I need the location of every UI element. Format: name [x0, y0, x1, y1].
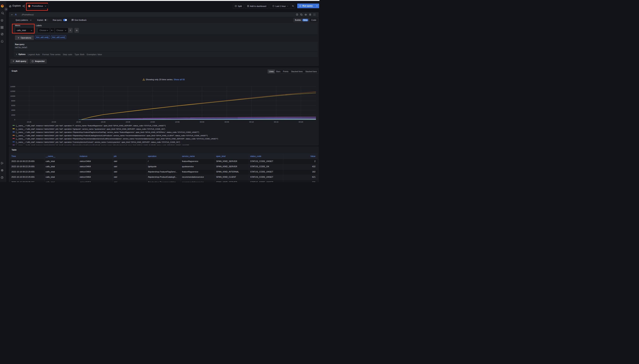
- svg-text:23:55: 23:55: [175, 121, 180, 123]
- svg-text:23:30: 23:30: [52, 121, 56, 123]
- svg-text:12000: 12000: [10, 90, 15, 92]
- svg-text:00:20: 00:20: [299, 121, 303, 123]
- svg-text:23:25: 23:25: [27, 121, 32, 123]
- svg-text:00:05: 00:05: [225, 121, 229, 123]
- svg-text:8000: 8000: [11, 100, 15, 102]
- svg-text:00:10: 00:10: [249, 121, 254, 123]
- svg-text:23:40: 23:40: [101, 121, 106, 123]
- svg-text:00:00: 00:00: [200, 121, 204, 123]
- svg-text:23:45: 23:45: [126, 121, 130, 123]
- svg-text:6000: 6000: [11, 104, 15, 106]
- svg-text:23:50: 23:50: [150, 121, 155, 123]
- svg-text:10000: 10000: [10, 95, 15, 97]
- svg-text:4000: 4000: [11, 109, 15, 111]
- svg-text:2000: 2000: [11, 114, 15, 116]
- svg-text:14000: 14000: [10, 86, 15, 88]
- svg-text:0: 0: [14, 118, 15, 121]
- svg-text:00:15: 00:15: [274, 121, 278, 123]
- svg-text:23:35: 23:35: [76, 121, 81, 123]
